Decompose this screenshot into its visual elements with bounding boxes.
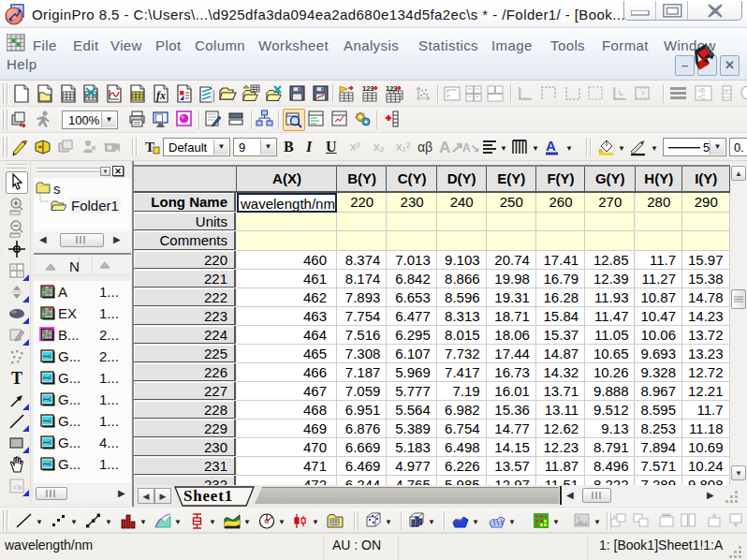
svg-text:√a: √a bbox=[12, 482, 22, 492]
svg-text:T: T bbox=[11, 369, 22, 388]
svg-text:T: T bbox=[145, 140, 154, 155]
svg-text:123: 123 bbox=[362, 84, 374, 93]
svg-text:+: + bbox=[725, 88, 728, 94]
svg-text:=B: =B bbox=[697, 87, 705, 94]
svg-text:fx: fx bbox=[156, 89, 166, 102]
svg-text:A: A bbox=[546, 138, 556, 154]
svg-text:+C: +C bbox=[697, 94, 706, 100]
svg-text:123: 123 bbox=[386, 84, 398, 93]
